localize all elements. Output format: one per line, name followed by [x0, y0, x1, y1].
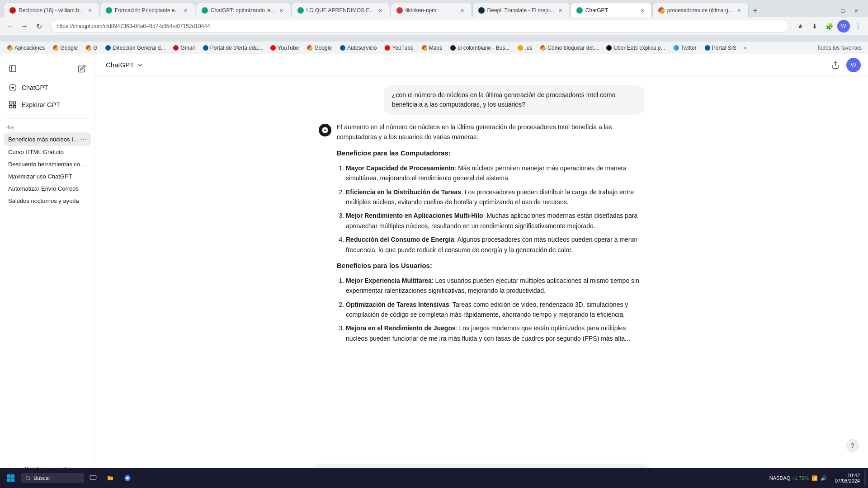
taskbar-task-view[interactable]: [85, 470, 101, 486]
svg-rect-15: [90, 475, 96, 479]
tab-close-deepl[interactable]: ×: [557, 7, 564, 14]
chat-history-correos-title: Automatizar Envío Correos: [8, 185, 86, 192]
bookmark-label-uber: Uber Eats explica p...: [613, 45, 665, 51]
bookmarks-all-label: Todos los favoritos: [817, 45, 862, 51]
sidebar-item-chatgpt[interactable]: ChatGPT: [4, 80, 91, 96]
share-icon: [831, 61, 840, 69]
bookmark-favicon-twitter: [674, 45, 679, 51]
tab-close-mail[interactable]: ×: [86, 7, 94, 14]
svg-rect-11: [7, 479, 10, 482]
start-button[interactable]: [2, 469, 20, 487]
tab-favicon-chatgpt-main: [576, 7, 583, 14]
tab-title-chatgpt-opt: ChatGPT: optimizando la...: [211, 7, 275, 14]
tab-chatgpt-opt[interactable]: ChatGPT: optimizando la... ×: [196, 3, 291, 17]
bookmark-youtube1[interactable]: YouTube: [267, 43, 302, 53]
bookmark-label-portal-sis: Portal SIS: [712, 45, 736, 51]
taskbar-search-bar[interactable]: Buscar: [21, 473, 84, 483]
tab-close-procesadores[interactable]: ×: [736, 7, 743, 14]
bookmark-colombiano[interactable]: el colombiano - Bus...: [447, 43, 513, 53]
chat-history-intel[interactable]: Beneficios más núcleos Intel ···: [4, 132, 91, 146]
minimize-button[interactable]: ─: [823, 5, 835, 17]
bookmark-portal-oferta[interactable]: Portal de oferta edu...: [199, 43, 266, 53]
taskbar-chrome[interactable]: [119, 470, 136, 486]
chat-history-herramientas-title: Descuento herramientas construcc: [8, 161, 86, 168]
tab-bar: Recibidos (16) - william.b... × Formació…: [0, 0, 868, 17]
taskbar-wifi[interactable]: 📶: [811, 475, 818, 481]
bookmark-uber[interactable]: Uber Eats explica p...: [603, 43, 669, 53]
model-selector[interactable]: ChatGPT: [102, 59, 147, 70]
close-button[interactable]: ×: [850, 5, 863, 17]
sidebar-divider-1: [5, 118, 89, 119]
taskbar-system-tray: NASDAQ +1,72% 📶 🔊: [766, 474, 830, 483]
restore-button[interactable]: ☐: [836, 5, 849, 17]
menu-button[interactable]: ⋮: [852, 20, 864, 33]
chat-history-html[interactable]: Curso HTML Gratuito: [4, 146, 91, 158]
bookmark-google1[interactable]: Google: [49, 43, 81, 53]
taskbar-sound[interactable]: 🔊: [821, 475, 827, 481]
section2-list: Mejor Experiencia Multitarea: Los usuari…: [346, 276, 644, 343]
taskbar-clock[interactable]: 10:42 07/08/2024: [831, 471, 863, 485]
sidebar-chatgpt-label: ChatGPT: [22, 84, 48, 91]
chat-history-correos[interactable]: Automatizar Envío Correos: [4, 183, 91, 195]
bookmark-favicon-uber: [606, 45, 612, 51]
model-name: ChatGPT: [106, 61, 134, 69]
sidebar-today-label: Hoy: [0, 122, 94, 131]
tab-deepl[interactable]: DeepL Translate - El mejo... ×: [472, 3, 570, 17]
bookmark-google2[interactable]: Google: [303, 43, 335, 53]
bookmark-g-letter[interactable]: G: [82, 43, 101, 53]
tab-mail[interactable]: Recibidos (16) - william.b... ×: [4, 3, 99, 17]
bookmark-label-portal-oferta: Portal de oferta edu...: [210, 45, 262, 51]
bookmark-maps[interactable]: Maps: [418, 43, 446, 53]
bookmark-aplicaciones[interactable]: Aplicaciones: [4, 43, 48, 53]
chat-history-herramientas[interactable]: Descuento herramientas construcc: [4, 158, 91, 170]
tab-chatgpt-main[interactable]: ChatGPT ×: [571, 3, 652, 17]
show-desktop-button[interactable]: [864, 469, 866, 487]
tab-close-tiktoken[interactable]: ×: [459, 7, 466, 14]
chat-history-saludos[interactable]: Saludos nocturnos y ayuda: [4, 195, 91, 207]
tab-close-chatgpt-opt[interactable]: ×: [278, 7, 285, 14]
chat-area[interactable]: ¿con el número de núcleos en la última g…: [95, 76, 868, 458]
new-tab-button[interactable]: +: [749, 5, 762, 17]
stock-change: +1,72%: [792, 475, 809, 481]
section2-title: Beneficios para los Usuarios:: [337, 260, 644, 271]
profile-bookmarks-button[interactable]: ★: [794, 20, 807, 33]
taskbar-search-label: Buscar: [33, 475, 50, 481]
bookmark-youtube2[interactable]: YouTube: [381, 43, 417, 53]
new-chat-button[interactable]: [75, 61, 89, 76]
reload-button[interactable]: ↻: [33, 20, 45, 33]
bookmarks-more-button[interactable]: »: [741, 44, 750, 52]
bookmark-como-bloquear[interactable]: Cómo bloquear det...: [537, 43, 602, 53]
tab-close-lo-que[interactable]: ×: [377, 7, 384, 14]
tab-formacion[interactable]: Formación Principiante e... ×: [100, 3, 195, 17]
bookmark-twitter[interactable]: Twitter: [670, 43, 700, 53]
tab-tiktoken[interactable]: tiktoken-npm ×: [391, 3, 472, 17]
download-button[interactable]: ⬇: [808, 20, 821, 33]
bookmark-direccion[interactable]: Dirección General d...: [102, 43, 169, 53]
bookmarks-all-button[interactable]: Todos los favoritos: [814, 44, 864, 52]
tab-close-formacion[interactable]: ×: [182, 7, 189, 14]
chat-history-chatgpt[interactable]: Maximizar uso ChatGPT: [4, 170, 91, 183]
bookmark-amazon[interactable]: .us: [514, 43, 536, 53]
help-button[interactable]: ?: [846, 439, 859, 452]
profile-button[interactable]: W: [837, 20, 850, 33]
toggle-sidebar-button[interactable]: [5, 61, 20, 76]
tab-procesadores[interactable]: procesadores de última g... ×: [652, 3, 749, 17]
extensions-button[interactable]: 🧩: [823, 20, 835, 33]
tab-title-mail: Recibidos (16) - william.b...: [19, 7, 84, 14]
bookmark-portal-sis[interactable]: Portal SIS: [701, 43, 740, 53]
chat-history-more-icon[interactable]: ···: [80, 135, 86, 143]
sidebar-item-explore[interactable]: Explorar GPT: [4, 97, 91, 113]
address-bar[interactable]: https://chatgpt.com/c/d8947363-84a0-4fd7…: [51, 20, 788, 33]
bookmark-label-amazon: .us: [525, 45, 532, 51]
user-avatar-button[interactable]: W: [846, 58, 861, 72]
taskbar-file-explorer[interactable]: [102, 470, 118, 486]
section1-list: Mayor Capacidad de Procesamiento: Más nú…: [346, 163, 644, 255]
bookmark-autoservicio[interactable]: Autoservicio: [336, 43, 380, 53]
back-button[interactable]: ←: [4, 20, 16, 33]
forward-button[interactable]: →: [18, 20, 31, 33]
tab-lo-que[interactable]: LO QUE APRENDIMOS E... ×: [292, 3, 390, 17]
bookmark-gmail[interactable]: Gmail: [170, 43, 198, 53]
tab-close-chatgpt-main[interactable]: ×: [639, 7, 646, 14]
bookmark-label-direccion: Dirección General d...: [113, 45, 165, 51]
share-button[interactable]: [828, 58, 843, 72]
